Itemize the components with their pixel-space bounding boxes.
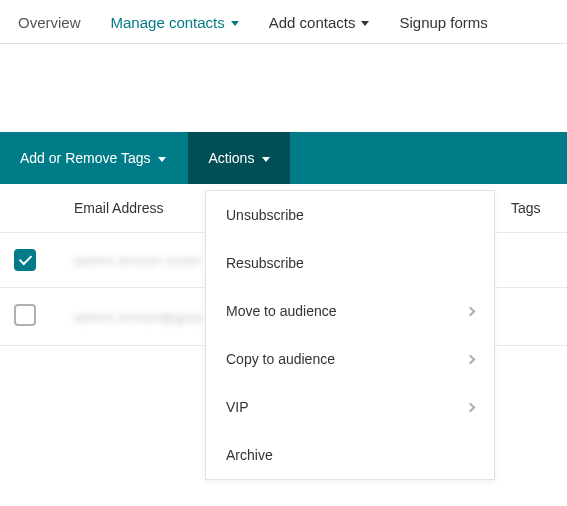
nav-add-contacts[interactable]: Add contacts — [269, 14, 370, 31]
actions-menu: Unsubscribe Resubscribe Move to audience… — [205, 190, 495, 480]
menu-archive[interactable]: Archive — [206, 431, 494, 479]
actions-button-label: Actions — [208, 150, 254, 166]
menu-item-label: VIP — [226, 399, 249, 415]
chevron-down-icon — [158, 157, 166, 162]
row-checkbox[interactable] — [14, 249, 36, 271]
header-tags: Tags — [497, 184, 567, 233]
chevron-right-icon — [466, 306, 476, 316]
email-cell[interactable]: admin.bristol@gma — [74, 310, 224, 322]
menu-resubscribe[interactable]: Resubscribe — [206, 239, 494, 287]
row-checkbox[interactable] — [14, 304, 36, 326]
add-remove-tags-button[interactable]: Add or Remove Tags — [0, 132, 186, 184]
nav-signup-forms[interactable]: Signup forms — [399, 14, 487, 31]
nav-signup-label: Signup forms — [399, 14, 487, 31]
chevron-down-icon — [361, 21, 369, 26]
chevron-right-icon — [466, 402, 476, 412]
nav-overview[interactable]: Overview — [18, 14, 81, 31]
chevron-down-icon — [231, 21, 239, 26]
menu-item-label: Copy to audience — [226, 351, 335, 367]
menu-move-to-audience[interactable]: Move to audience — [206, 287, 494, 335]
header-checkbox-col — [0, 184, 60, 233]
menu-vip[interactable]: VIP — [206, 383, 494, 431]
top-nav: Overview Manage contacts Add contacts Si… — [0, 0, 567, 44]
actions-button[interactable]: Actions — [188, 132, 290, 184]
nav-manage-label: Manage contacts — [111, 14, 225, 31]
chevron-right-icon — [466, 354, 476, 364]
menu-item-label: Move to audience — [226, 303, 337, 319]
menu-item-label: Resubscribe — [226, 255, 304, 271]
tags-button-label: Add or Remove Tags — [20, 150, 150, 166]
tags-cell — [497, 233, 567, 288]
nav-add-label: Add contacts — [269, 14, 356, 31]
menu-item-label: Archive — [226, 447, 273, 463]
menu-unsubscribe[interactable]: Unsubscribe — [206, 191, 494, 239]
bulk-toolbar: Add or Remove Tags Actions — [0, 132, 567, 184]
nav-manage-contacts[interactable]: Manage contacts — [111, 14, 239, 31]
menu-copy-to-audience[interactable]: Copy to audience — [206, 335, 494, 383]
tags-cell — [497, 288, 567, 346]
nav-overview-label: Overview — [18, 14, 81, 31]
email-cell[interactable]: admin.bristol-sister — [74, 253, 224, 265]
chevron-down-icon — [262, 157, 270, 162]
menu-item-label: Unsubscribe — [226, 207, 304, 223]
